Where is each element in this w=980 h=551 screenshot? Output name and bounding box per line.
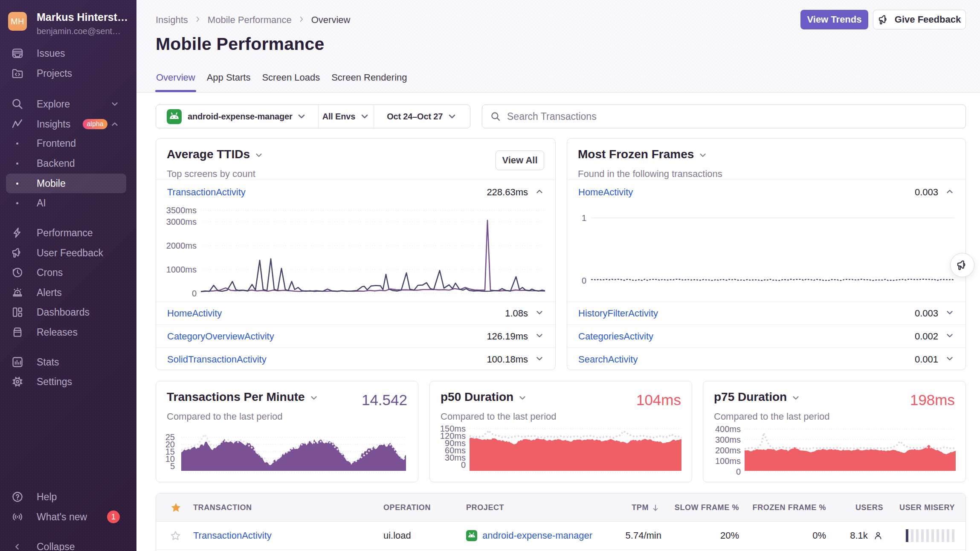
svg-text:0: 0 bbox=[582, 276, 586, 285]
svg-text:0: 0 bbox=[736, 467, 741, 476]
svg-text:1: 1 bbox=[582, 213, 586, 223]
svg-text:100ms: 100ms bbox=[715, 456, 741, 466]
svg-text:300ms: 300ms bbox=[715, 435, 741, 444]
svg-text:2000ms: 2000ms bbox=[166, 241, 197, 250]
svg-text:3000ms: 3000ms bbox=[166, 217, 197, 226]
svg-text:200ms: 200ms bbox=[715, 446, 741, 455]
svg-text:400ms: 400ms bbox=[715, 424, 741, 434]
svg-text:1000ms: 1000ms bbox=[166, 265, 197, 274]
svg-text:3500ms: 3500ms bbox=[166, 206, 197, 215]
svg-text:0: 0 bbox=[461, 460, 466, 470]
svg-text:5: 5 bbox=[170, 461, 175, 471]
svg-text:0: 0 bbox=[192, 289, 197, 298]
